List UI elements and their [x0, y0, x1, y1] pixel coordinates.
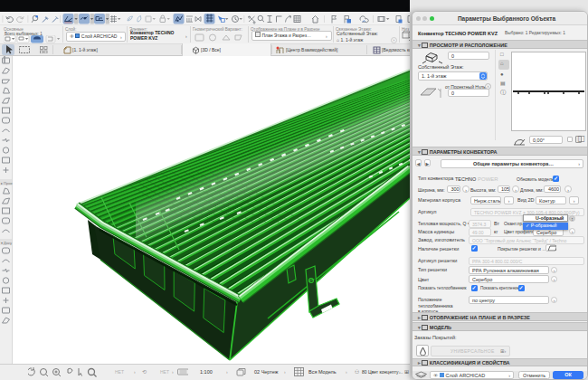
svg-text:▸ Пров: ▸ Пров [1, 181, 13, 185]
svg-text:▾ Доку: ▾ Доку [1, 241, 12, 245]
